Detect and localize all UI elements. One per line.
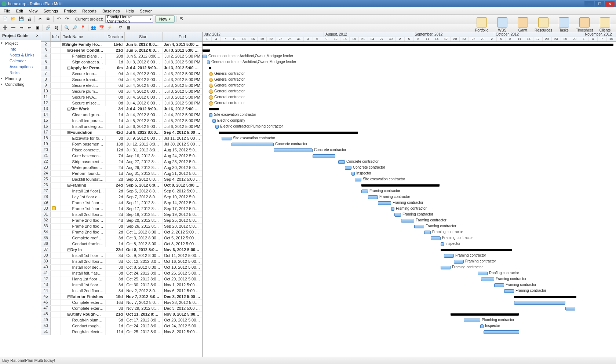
menu-reports[interactable]: Reports bbox=[80, 8, 99, 14]
sidebar-item-planning[interactable]: Planning bbox=[0, 76, 41, 81]
table-row[interactable]: 41Install felt, flashi...3dOct 24, 2012 … bbox=[41, 271, 202, 276]
expand-all-icon[interactable]: ▣ bbox=[34, 24, 41, 32]
gantt-bar[interactable] bbox=[355, 178, 361, 181]
cell-task-name[interactable]: Waterproof/insul... bbox=[61, 165, 106, 170]
cell-task-name[interactable]: ⊟Dry In bbox=[61, 247, 105, 253]
cell-dur[interactable]: 2d bbox=[106, 194, 125, 200]
cell-task-name[interactable]: Frame 2nd floor ... bbox=[61, 229, 106, 235]
table-row[interactable]: 2⊟Single Family House - ...154dJun 5, 20… bbox=[41, 42, 202, 48]
cell-task-name[interactable]: Secure HVA... bbox=[61, 95, 106, 100]
cell-task-name[interactable]: Complete roof fr... bbox=[61, 235, 106, 241]
cell-task-name[interactable]: Finalize plans an... bbox=[61, 54, 106, 59]
menu-baselines[interactable]: Baselines bbox=[100, 8, 122, 14]
cell-start[interactable]: Jun 5, 2012 8:00 AM bbox=[125, 48, 163, 53]
gantt-bar[interactable] bbox=[208, 77, 214, 82]
cell-task-name[interactable]: Complete exteri... bbox=[61, 300, 106, 305]
cell-task-name[interactable]: ⊟Apply for Perm... bbox=[61, 65, 105, 71]
cell-end[interactable]: Jul 6, 2012 5:00 PM bbox=[163, 124, 202, 129]
cell-end[interactable]: Sep 19, 2012 5:00 PM bbox=[163, 212, 202, 217]
cell-start[interactable]: Oct 9, 2012 8:00 AM bbox=[125, 253, 163, 258]
table-row[interactable]: 14Clear and grub l...1dJul 4, 2012 8:00 … bbox=[41, 112, 202, 118]
cell-task-name[interactable]: Secure foun... bbox=[61, 71, 106, 77]
open-file-icon[interactable]: 📂 bbox=[10, 15, 17, 23]
cell-end[interactable]: Aug 15, 2012 5:00 PM bbox=[163, 147, 202, 153]
cell-dur[interactable]: 19d bbox=[105, 294, 125, 299]
gantt-bar[interactable] bbox=[480, 324, 484, 328]
cell-start[interactable]: Oct 25, 2012 8:00 AM bbox=[125, 329, 163, 335]
cell-end[interactable]: Jul 2, 2012 5:00 PM bbox=[163, 54, 202, 59]
table-row[interactable]: 38Install 1st floor s...3dOct 9, 2012 8:… bbox=[41, 253, 202, 259]
gantt-bar[interactable] bbox=[414, 225, 424, 228]
cell-end[interactable]: Nov 1, 2012 5:00 PM bbox=[163, 282, 202, 288]
cell-end[interactable]: Sep 28, 2012 5:00 PM bbox=[163, 224, 202, 229]
cell-start[interactable]: Jun 5, 2012 8:00 AM bbox=[125, 54, 163, 59]
cell-task-name[interactable]: ⊟Site Work bbox=[61, 106, 105, 112]
gantt-bar[interactable] bbox=[441, 249, 512, 251]
cell-task-name[interactable]: Rough-in electric... bbox=[61, 329, 106, 335]
sidebar-sub-assumptions[interactable]: Assumptions bbox=[0, 64, 41, 70]
cell-dur[interactable]: 0d bbox=[106, 77, 125, 82]
cell-end[interactable]: Jul 3, 2012 5:00 PM bbox=[163, 83, 202, 88]
cell-end[interactable]: Oct 24, 2012 5:00 PM bbox=[163, 323, 202, 329]
collapse-icon[interactable]: ⊟ bbox=[67, 48, 70, 53]
table-row[interactable]: 30Frame 1st floor c...1dSep 17, 2012 8:0… bbox=[41, 206, 202, 212]
cell-start[interactable]: Jul 4, 2012 8:00 AM bbox=[125, 95, 163, 100]
cell-task-name[interactable]: Secure elect... bbox=[61, 83, 106, 88]
cell-end[interactable]: Jul 3, 2012 5:00 PM bbox=[163, 95, 202, 100]
cell-end[interactable]: Oct 8, 2012 5:00 PM bbox=[163, 241, 202, 247]
add-task-icon[interactable]: ➕ bbox=[1, 24, 9, 32]
cell-task-name[interactable]: Conduct rough-i... bbox=[61, 323, 106, 329]
cell-end[interactable]: Sep 6, 2012 5:00 PM bbox=[163, 188, 202, 194]
table-row[interactable]: 26⊟Framing24dSep 5, 2012 8:00 AMOct 8, 2… bbox=[41, 183, 202, 188]
cell-end[interactable]: Aug 31, 2012 5:00 PM bbox=[163, 171, 202, 176]
table-row[interactable]: 32Frame 2nd floor ...4dSep 20, 2012 8:00… bbox=[41, 218, 202, 224]
cell-end[interactable]: Sep 14, 2012 5:00 PM bbox=[163, 200, 202, 206]
new-file-icon[interactable]: 📄 bbox=[1, 15, 9, 23]
cell-start[interactable]: Oct 8, 2012 8:00 AM bbox=[125, 247, 163, 253]
collapse-icon[interactable]: ⊟ bbox=[67, 183, 70, 188]
cell-start[interactable]: Oct 17, 2012 8:00 AM bbox=[125, 317, 163, 323]
table-row[interactable]: 47Complete exteri...3dNov 29, 2012 8:00 … bbox=[41, 306, 202, 312]
cell-task-name[interactable]: Install 1st floor j... bbox=[61, 188, 106, 194]
cell-dur[interactable]: 1d bbox=[106, 118, 125, 124]
table-row[interactable]: 20Place concrete f...12dJul 31, 2012 8:0… bbox=[41, 147, 202, 153]
cell-dur[interactable]: 3d bbox=[106, 282, 125, 288]
indent-icon[interactable]: ⇥ bbox=[18, 24, 25, 32]
table-row[interactable]: 4Finalize plans an...20dJun 5, 2012 8:00… bbox=[41, 54, 202, 59]
collapse-icon[interactable]: ⊟ bbox=[67, 130, 70, 135]
table-row[interactable]: 45⊟Exterior Finishes19dNov 7, 2012 8:00 … bbox=[41, 294, 202, 300]
cell-start[interactable]: Sep 7, 2012 8:00 AM bbox=[125, 194, 163, 200]
sidebar-close-icon[interactable]: × bbox=[36, 33, 39, 38]
cell-dur[interactable]: 0d bbox=[106, 95, 125, 100]
cell-dur[interactable]: 3d bbox=[106, 276, 125, 282]
gantt-bar[interactable] bbox=[391, 207, 394, 211]
table-row[interactable]: 46Complete exteri...16dNov 7, 2012 8:00 … bbox=[41, 300, 202, 306]
menu-project[interactable]: Project bbox=[62, 8, 79, 14]
cell-end[interactable]: Nov 28, 2012 5:00 PM bbox=[163, 300, 202, 305]
view-portfolio[interactable]: Portfolio bbox=[473, 15, 491, 32]
cell-task-name[interactable]: Install 1st floor ... bbox=[61, 282, 106, 288]
table-row[interactable]: 25Backfill foundati...2dSep 3, 2012 8:00… bbox=[41, 177, 202, 183]
table-row[interactable]: 34Frame 2nd floor ...2dOct 1, 2012 8:00 … bbox=[41, 229, 202, 235]
sidebar-item-controlling[interactable]: Controlling bbox=[0, 81, 41, 87]
save-icon[interactable]: 💾 bbox=[18, 15, 25, 23]
cell-task-name[interactable]: Frame 1st floor c... bbox=[61, 206, 106, 212]
cell-dur[interactable]: 154d bbox=[105, 42, 125, 47]
table-row[interactable]: 10Secure plum...0dJul 4, 2012 8:00 AMJul… bbox=[41, 89, 202, 95]
cell-dur[interactable]: 1d bbox=[106, 171, 125, 176]
table-row[interactable]: 15Install temporar...1dJul 5, 2012 8:00 … bbox=[41, 118, 202, 124]
cell-start[interactable]: Nov 7, 2012 8:00 AM bbox=[125, 294, 163, 299]
table-row[interactable]: 43Install 1st floor ...3dOct 30, 2012 8:… bbox=[41, 282, 202, 288]
table-row[interactable]: 16Install undergro...1dJul 6, 2012 8:00 … bbox=[41, 124, 202, 130]
cell-task-name[interactable]: Install undergro... bbox=[61, 124, 106, 129]
cell-end[interactable]: Oct 16, 2012 5:00 PM bbox=[163, 259, 202, 264]
cell-start[interactable]: Oct 8, 2012 8:00 AM bbox=[125, 265, 163, 270]
collapse-icon[interactable]: ⊟ bbox=[67, 294, 70, 299]
sidebar-item-project[interactable]: Project bbox=[0, 40, 41, 46]
gantt-bar[interactable] bbox=[203, 55, 207, 58]
gantt-bar[interactable] bbox=[212, 119, 216, 123]
cell-dur[interactable]: 2d bbox=[106, 177, 125, 182]
cell-task-name[interactable]: Lay 1st floor dec... bbox=[61, 194, 106, 200]
col-duration[interactable]: Duration bbox=[105, 32, 125, 41]
cell-end[interactable]: Jul 3, 2012 5:00 PM bbox=[163, 48, 202, 53]
